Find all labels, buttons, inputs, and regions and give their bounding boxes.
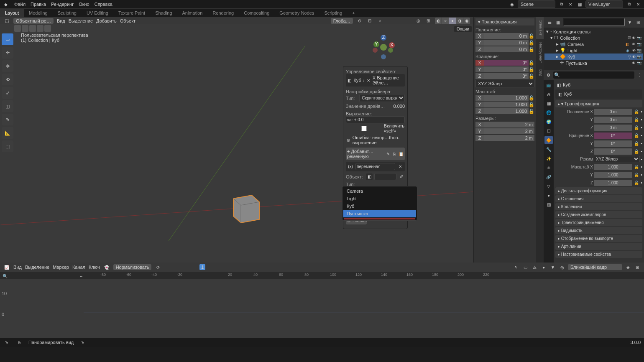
3d-viewport[interactable]: Опции ▭ ✛ ✥ ⟲ ⤢ ◫ ✎ 📐 ⬚ Пользовательская…: [0, 24, 473, 263]
menu-file[interactable]: Файл: [14, 2, 26, 7]
cursor-mode-icon[interactable]: ↖: [513, 264, 519, 270]
scale-y[interactable]: 1.000: [484, 102, 529, 107]
outliner-light[interactable]: ▸ 💡Light◉ 👁 📷: [544, 47, 643, 54]
tab-uv[interactable]: UV Editing: [82, 9, 113, 17]
driver-self-checkbox[interactable]: [346, 126, 382, 131]
outliner-camera[interactable]: ▸ 📹Camera◧ 👁 📷: [544, 41, 643, 47]
tool-transform[interactable]: ◫: [2, 100, 13, 112]
pos-y[interactable]: 0 m: [484, 40, 529, 46]
var-type-icon[interactable]: (x): [347, 163, 354, 170]
snap2-icon[interactable]: ⚠: [531, 264, 538, 270]
normalize-button[interactable]: Нормализовать: [113, 264, 152, 270]
dim-y[interactable]: 2 m: [484, 128, 534, 134]
proptab-texture[interactable]: ▨: [544, 200, 553, 209]
lock-icon[interactable]: 🔓: [529, 60, 534, 66]
filter2-icon[interactable]: ▼: [549, 264, 556, 270]
n-transform-header[interactable]: ▾ Трансформация: [475, 18, 534, 25]
lock-icon[interactable]: 🔓: [633, 179, 640, 186]
shade-solid-icon[interactable]: ●: [449, 18, 456, 24]
dropdown-opt-camera[interactable]: Camera: [343, 187, 416, 195]
prop-motion[interactable]: Траектории движения: [555, 219, 642, 226]
prop-posz[interactable]: 0 m: [594, 125, 632, 131]
proptab-physics[interactable]: ⚛: [544, 163, 553, 172]
orientation-select[interactable]: Глоба…: [331, 18, 353, 24]
timeline-marker[interactable]: Маркер: [53, 265, 69, 270]
tab-sculpting[interactable]: Sculpting: [53, 9, 82, 17]
prop-rotmode[interactable]: XYZ Эйлер: [594, 156, 640, 162]
driver-type-select[interactable]: Скриптовое выражение: [359, 94, 405, 102]
vtab-view[interactable]: Вид: [536, 66, 544, 79]
dim-z[interactable]: 2 m: [484, 135, 534, 141]
timeline-ruler[interactable]: 🔍 ↔ 1 -80-60-40-202040608010012014016018…: [0, 272, 644, 279]
menu-help[interactable]: Справка: [95, 2, 112, 7]
outliner-type-icon[interactable]: ☰: [546, 19, 553, 25]
menu-add[interactable]: Добавить: [96, 18, 117, 23]
cube-object[interactable]: [226, 189, 263, 227]
props-options-icon[interactable]: ⋮: [636, 72, 643, 79]
rot-y[interactable]: 0°: [484, 66, 529, 72]
proptab-data[interactable]: ▽: [544, 182, 553, 190]
outliner-search[interactable]: [563, 18, 625, 26]
lock-icon[interactable]: 🔓: [633, 171, 640, 178]
tool-annotate[interactable]: ✎: [2, 114, 13, 125]
prop-relations[interactable]: Отношения: [555, 195, 642, 202]
prop-lineart[interactable]: Арт-линии: [555, 243, 642, 250]
tab-geonodes[interactable]: Geometry Nodes: [274, 9, 319, 17]
proptab-modifiers[interactable]: 🔧: [544, 145, 553, 153]
prop-posy[interactable]: 0 m: [594, 117, 632, 123]
nav-gizmo[interactable]: X Y Z: [369, 33, 398, 62]
paste-icon[interactable]: 📋: [399, 150, 404, 157]
editor-type-icon[interactable]: ⬚: [3, 18, 10, 24]
new-collection-icon[interactable]: ⊞: [635, 19, 641, 25]
playhead-body[interactable]: [203, 272, 203, 338]
scene-del-icon[interactable]: ✕: [567, 1, 574, 8]
proptab-scene[interactable]: 🌐: [544, 108, 553, 117]
auto-icon[interactable]: ●: [540, 264, 547, 270]
tab-shading[interactable]: Shading: [150, 9, 177, 17]
lock-icon[interactable]: 🔓: [529, 33, 534, 39]
proptab-collection[interactable]: ☐: [544, 127, 553, 135]
handle-icon[interactable]: ▭: [522, 264, 529, 270]
proportional2-icon[interactable]: ◎: [559, 264, 565, 270]
scene-name-field[interactable]: Scene: [518, 0, 555, 8]
rot-x[interactable]: 0°: [484, 60, 529, 66]
lock-icon[interactable]: 🔓: [633, 108, 640, 115]
dropdown-opt-cube[interactable]: Куб: [343, 202, 416, 210]
scale-x[interactable]: 1.000: [484, 95, 529, 101]
overlay-toggle-icon[interactable]: ⊞: [425, 18, 432, 24]
menu-window[interactable]: Окно: [79, 2, 89, 7]
outliner-collection[interactable]: ▾ ☐Collection☑ 👁 📷: [544, 35, 643, 41]
proptab-render[interactable]: 📺: [544, 81, 553, 89]
lock-icon[interactable]: 🔓: [529, 74, 534, 79]
menu-view[interactable]: Вид: [57, 18, 65, 23]
menu-object[interactable]: Объект: [120, 18, 135, 23]
menu-select[interactable]: Выделение: [69, 18, 93, 23]
breadcrumb-obj[interactable]: Куб: [563, 82, 570, 87]
lock-icon[interactable]: 🔓: [529, 109, 534, 114]
shade-preview-icon[interactable]: ◑: [456, 18, 463, 24]
driver-obj-input[interactable]: [374, 173, 396, 180]
prop-scalex[interactable]: 1.000: [594, 164, 632, 170]
timeline-body[interactable]: 10 0: [0, 279, 644, 338]
dropdown-opt-empty[interactable]: Пустышка: [343, 210, 416, 217]
scale-z[interactable]: 1.000: [484, 108, 529, 114]
tab-add[interactable]: +: [347, 9, 360, 17]
tool-addcube[interactable]: ⬚: [2, 140, 13, 152]
pos-x[interactable]: 0 m: [484, 33, 529, 39]
lock-icon[interactable]: 🔓: [529, 47, 534, 52]
snap-mode-select[interactable]: Ближайший кадр: [568, 264, 622, 270]
menu-edit[interactable]: Правка: [31, 2, 46, 7]
var-del-icon[interactable]: ✕: [397, 163, 404, 170]
snap-icon[interactable]: ⊡: [366, 18, 373, 24]
ghost-icon[interactable]: 👻: [103, 264, 110, 270]
filter-icon[interactable]: ▼: [626, 19, 633, 25]
outliner-empty[interactable]: ✛Пустышка👁 📷: [544, 60, 643, 66]
proptab-viewlayer[interactable]: ▦: [544, 99, 553, 107]
driver-add-var-button[interactable]: + Добавит…ременную: [347, 149, 382, 159]
prop-custom[interactable]: Настраиваемые свойства: [555, 251, 642, 258]
rot-z[interactable]: 0°: [484, 73, 529, 79]
refresh-icon[interactable]: ⟳: [155, 264, 161, 270]
props-search[interactable]: 🔍: [553, 71, 634, 79]
tool-scale[interactable]: ⤢: [2, 87, 13, 99]
proportional-icon[interactable]: ○: [376, 18, 383, 24]
